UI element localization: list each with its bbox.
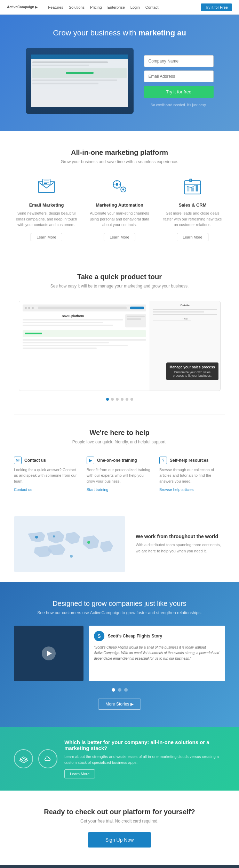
nav-enterprise[interactable]: Enterprise	[107, 5, 125, 9]
tour-page-2[interactable]	[111, 398, 114, 401]
nav-pricing[interactable]: Pricing	[90, 5, 102, 9]
banner-subtitle: See how our customers use ActiveCampaign…	[14, 610, 225, 615]
help-contact-header: ✉ Contact us	[14, 457, 80, 464]
testimonial-pagination	[14, 688, 225, 692]
email-marketing-learn-more[interactable]: Learn More	[31, 233, 62, 241]
tour-dot-3	[32, 307, 34, 309]
teal-desc: Learn about the strengths and weaknesses…	[64, 754, 225, 765]
tour-subtitle: See how easy it will be to manage your m…	[10, 284, 229, 289]
svg-point-22	[35, 536, 38, 539]
help-training: ▶ One-on-one training Benefit from our p…	[87, 457, 152, 492]
map-text: We work from throughout the world With a…	[136, 534, 225, 554]
svg-point-12	[122, 189, 125, 191]
tour-popup: Manage your sales process Customize your…	[166, 362, 218, 380]
tour-page-6[interactable]	[130, 398, 133, 401]
svg-line-13	[121, 187, 122, 188]
testimonial-video[interactable]	[14, 626, 83, 681]
teal-content: Which is better for your company: all-in…	[64, 739, 225, 778]
brand-name: ActiveCampaign	[7, 5, 34, 9]
hero-content: Try it for free No credit card needed. I…	[7, 48, 232, 114]
allinone-subtitle: Grow your business and save time with a …	[14, 159, 225, 164]
tour-pagination	[10, 398, 229, 401]
try-free-button[interactable]: Try it for free	[144, 86, 214, 98]
email-input[interactable]	[144, 70, 214, 82]
contact-icon: ✉	[14, 457, 22, 464]
brand-arrow-icon: ▶	[35, 5, 38, 9]
nav-links: Features Solutions Pricing Enterprise Lo…	[48, 5, 201, 9]
nav-cta-button[interactable]: Try it for Free	[201, 3, 232, 11]
automation-desc: Automate your marketing channels using p…	[88, 210, 151, 228]
signup-button[interactable]: Sign Up Now	[88, 832, 151, 848]
testimonial-page-3[interactable]	[124, 688, 128, 692]
testimonial-page-1[interactable]	[112, 688, 115, 692]
tour-page-5[interactable]	[126, 398, 128, 401]
tour-dot-2	[28, 307, 30, 309]
tour-page-3[interactable]	[116, 398, 119, 401]
tour-page-4[interactable]	[121, 398, 124, 401]
teal-title: Which is better for your company: all-in…	[64, 739, 225, 751]
testimonial-area: S Scott's Cheap Flights Story "Scott's C…	[14, 626, 225, 681]
footer: PLATFORM Email Marketing Marketing Autom…	[0, 865, 239, 868]
svg-point-24	[70, 555, 73, 558]
layers-icon	[14, 749, 33, 768]
map-title: We work from throughout the world	[136, 534, 225, 539]
screenshot-inner	[26, 48, 134, 114]
testimonial-title: Scott's Cheap Flights Story	[108, 634, 162, 639]
signup-subtitle: Get your free trial. No credit card requ…	[14, 819, 225, 824]
svg-point-25	[87, 541, 90, 544]
mock-screen	[31, 55, 128, 107]
teal-learn-more[interactable]: Learn More	[64, 769, 95, 778]
cloud-icon	[38, 749, 57, 768]
teal-section: Which is better for your company: all-in…	[0, 727, 239, 791]
resources-icon: ?	[159, 457, 167, 464]
help-contact-link[interactable]: Contact us	[14, 487, 32, 492]
nav-solutions[interactable]: Solutions	[69, 5, 85, 9]
feature-email: Email Marketing Send newsletters, design…	[15, 176, 78, 241]
testimonial-page-2[interactable]	[118, 688, 121, 692]
help-resources-link[interactable]: Browse help articles	[159, 487, 193, 492]
help-training-desc: Benefit from our personalized training w…	[87, 467, 152, 484]
help-resources-header: ? Self-help resources	[159, 457, 225, 464]
feature-automation: Marketing Automation Automate your marke…	[88, 176, 151, 241]
tour-section: Take a quick product tour See how easy i…	[0, 259, 239, 415]
hero-headline: Grow your business with marketing au	[7, 28, 232, 37]
svg-point-6	[116, 183, 118, 185]
banner-title: Designed to grow companies just like you…	[14, 600, 225, 608]
hero-section: Grow your business with marketing au	[0, 15, 239, 131]
automation-icon	[109, 176, 130, 197]
tour-left-panel: SAAS platform	[19, 301, 150, 391]
brand-logo[interactable]: ActiveCampaign ▶	[7, 5, 38, 9]
signup-title: Ready to check out our platform for your…	[14, 808, 225, 816]
help-training-link[interactable]: Start training	[87, 487, 108, 492]
email-marketing-title: Email Marketing	[15, 202, 78, 208]
testimonial-quote: "Scott's Cheap Flights would be a shell …	[94, 645, 220, 661]
automation-learn-more[interactable]: Learn More	[104, 233, 135, 241]
testimonial-card: S Scott's Cheap Flights Story "Scott's C…	[89, 626, 225, 681]
crm-icon: $	[182, 176, 203, 197]
company-name-input[interactable]	[144, 55, 214, 67]
feature-crm: $ Sales & CRM Get more leads and close d…	[161, 176, 224, 241]
help-section: We're here to help People love our quick…	[0, 415, 239, 506]
play-button[interactable]	[42, 646, 56, 660]
nav-features[interactable]: Features	[48, 5, 63, 9]
svg-point-23	[53, 535, 55, 537]
allinone-section: All-in-one marketing platform Grow your …	[0, 131, 239, 259]
tour-page-1[interactable]	[106, 398, 109, 401]
svg-rect-17	[191, 187, 194, 191]
svg-rect-1	[43, 179, 50, 185]
nav-login[interactable]: Login	[130, 5, 140, 9]
testimonial-logo: S	[94, 631, 104, 641]
email-marketing-desc: Send newsletters, design beautiful email…	[15, 210, 78, 228]
nav-contact[interactable]: Contact	[145, 5, 159, 9]
crm-title: Sales & CRM	[161, 202, 224, 208]
help-contact: ✉ Contact us Looking for a quick answer?…	[14, 457, 80, 492]
tour-dot-1	[25, 307, 27, 309]
world-map	[14, 516, 125, 572]
more-stories-button[interactable]: More Stories ▶	[98, 699, 141, 710]
crm-learn-more[interactable]: Learn More	[177, 233, 208, 241]
platform-label: SAAS platform	[23, 314, 124, 318]
svg-text:$: $	[190, 179, 191, 182]
navigation: ActiveCampaign ▶ Features Solutions Pric…	[0, 0, 239, 15]
teal-icons	[14, 749, 57, 768]
help-resources-title: Self-help resources	[170, 458, 208, 463]
